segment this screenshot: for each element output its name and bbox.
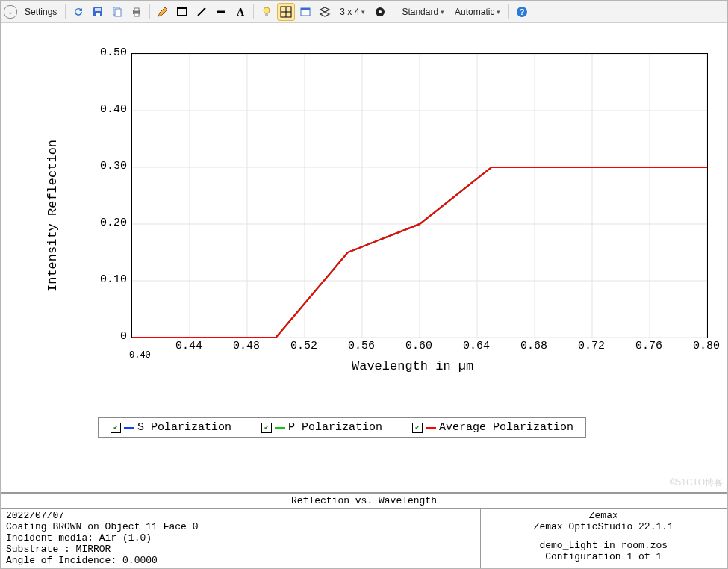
checkbox-icon[interactable]: ✔ — [412, 423, 423, 433]
svg-rect-14 — [265, 13, 268, 16]
rectangle-tool-icon[interactable] — [173, 3, 191, 21]
info-line: Configuration 1 of 1 — [485, 551, 722, 562]
x-tick: 0.72 — [576, 340, 606, 352]
x-origin-label: 0.40 — [129, 350, 151, 361]
info-panel: Reflection vs. Wavelength 2022/07/07 Coa… — [1, 492, 727, 568]
x-tick: 0.44 — [174, 340, 204, 352]
info-title: Reflection vs. Wavelength — [1, 494, 727, 509]
plot-frame[interactable] — [131, 53, 708, 338]
separator — [393, 4, 393, 19]
svg-rect-4 — [115, 9, 121, 16]
crosshair-icon[interactable] — [277, 3, 295, 21]
svg-rect-8 — [178, 8, 187, 16]
svg-point-13 — [264, 7, 270, 13]
automatic-dropdown[interactable]: Automatic — [450, 4, 505, 20]
legend: ✔ S Polarization ✔ P Polarization ✔ Aver… — [98, 417, 586, 438]
x-tick: 0.60 — [404, 340, 434, 352]
svg-text:A: A — [237, 7, 245, 18]
svg-rect-19 — [301, 8, 310, 10]
plot-svg — [132, 54, 707, 338]
info-line: demo_Light in room.zos — [485, 540, 722, 551]
info-line: Substrate : MIRROR — [6, 544, 476, 555]
app-window: ⌄ Settings A — [0, 0, 728, 569]
legend-swatch — [426, 427, 436, 429]
y-tick: 0.30 — [96, 160, 127, 172]
info-line: 2022/07/07 — [6, 510, 476, 521]
layers-icon[interactable] — [316, 3, 334, 21]
text-tool-icon[interactable]: A — [231, 3, 249, 21]
toolbar: ⌄ Settings A — [1, 1, 727, 23]
separator — [149, 4, 150, 19]
x-tick: 0.48 — [231, 340, 261, 352]
legend-item[interactable]: ✔ S Polarization — [111, 421, 231, 434]
collapse-icon[interactable]: ⌄ — [4, 5, 17, 19]
separator — [508, 4, 509, 19]
help-icon[interactable]: ? — [513, 3, 531, 21]
y-tick: 0 — [96, 330, 127, 343]
legend-swatch — [275, 427, 285, 429]
copy-icon[interactable] — [108, 3, 126, 21]
info-line: Angle of Incidence: 0.0000 — [6, 555, 476, 566]
x-axis-label: Wavelength in µm — [352, 359, 473, 373]
info-right-bottom: demo_Light in room.zos Configuration 1 o… — [480, 538, 727, 568]
checkbox-icon[interactable]: ✔ — [111, 423, 121, 433]
target-icon[interactable] — [371, 3, 389, 21]
chart-area: Intensity Reflection 00.100.200.300.400.… — [1, 23, 727, 492]
info-line: Incident media: Air (1.0) — [6, 532, 476, 544]
legend-item[interactable]: ✔ Average Polarization — [412, 421, 573, 434]
legend-item[interactable]: ✔ P Polarization — [261, 421, 382, 434]
settings-button[interactable]: Settings — [20, 4, 61, 20]
y-tick: 0.50 — [96, 46, 127, 59]
x-tick: 0.56 — [346, 340, 376, 352]
y-tick: 0.40 — [96, 103, 127, 116]
lightbulb-icon[interactable] — [258, 3, 276, 21]
legend-label: Average Polarization — [439, 421, 573, 434]
legend-label: P Polarization — [288, 421, 382, 434]
separator — [253, 4, 254, 19]
legend-swatch — [124, 427, 134, 429]
grid-size-dropdown[interactable]: 3 x 4 — [335, 4, 370, 20]
info-right-top: Zemax Zemax OpticStudio 22.1.1 — [480, 509, 727, 538]
window-icon[interactable] — [296, 3, 314, 21]
x-tick: 0.76 — [634, 340, 664, 352]
save-icon[interactable] — [89, 3, 107, 21]
info-line: Zemax — [485, 510, 722, 521]
info-left: 2022/07/07 Coating BROWN on Object 11 Fa… — [1, 509, 481, 568]
standard-dropdown[interactable]: Standard — [397, 4, 449, 20]
watermark: ©51CTO博客 — [670, 476, 723, 489]
svg-rect-6 — [134, 8, 139, 11]
svg-rect-1 — [95, 8, 101, 11]
legend-label: S Polarization — [137, 421, 231, 434]
x-tick: 0.80 — [691, 340, 721, 352]
info-line: Coating BROWN on Object 11 Face 0 — [6, 521, 476, 532]
x-tick: 0.68 — [519, 340, 549, 352]
y-tick: 0.20 — [96, 217, 127, 229]
y-axis-label: Intensity Reflection — [46, 140, 60, 292]
checkbox-icon[interactable]: ✔ — [261, 423, 272, 433]
svg-text:?: ? — [520, 7, 525, 16]
svg-rect-7 — [134, 13, 139, 16]
line-tool-icon[interactable] — [193, 3, 211, 21]
print-icon[interactable] — [128, 3, 146, 21]
y-tick: 0.10 — [96, 273, 127, 286]
pencil-icon[interactable] — [154, 3, 172, 21]
dash-tool-icon[interactable] — [212, 3, 230, 21]
svg-rect-2 — [96, 13, 100, 16]
separator — [65, 4, 66, 19]
x-tick: 0.64 — [461, 340, 491, 352]
refresh-icon[interactable] — [69, 3, 87, 21]
x-tick: 0.52 — [289, 340, 319, 352]
svg-point-21 — [379, 10, 382, 13]
info-line: Zemax OpticStudio 22.1.1 — [485, 521, 722, 532]
